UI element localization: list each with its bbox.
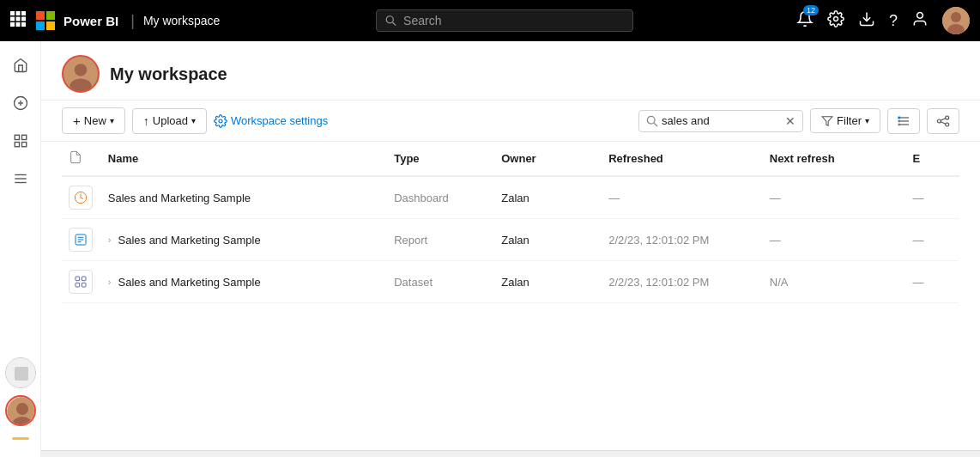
row-e-cell: — (905, 176, 959, 219)
workspace-settings-label: Workspace settings (231, 114, 328, 127)
row-icon-cell (62, 261, 101, 303)
sidebar-item-create[interactable] (3, 86, 38, 120)
svg-point-13 (917, 12, 923, 18)
row-type-cell: Report (387, 219, 494, 261)
help-icon[interactable]: ? (889, 12, 898, 30)
svg-line-10 (393, 22, 396, 26)
svg-rect-42 (898, 116, 900, 119)
dashboard-icon (69, 186, 93, 210)
table-header-row: Name Type Owner Refreshed Next refresh E (62, 142, 959, 176)
row-name-cell: › Sales and Marketing Sample (101, 261, 387, 303)
col-header-owner[interactable]: Owner (494, 142, 602, 176)
svg-point-11 (833, 16, 838, 21)
col-header-name[interactable]: Name (101, 142, 387, 176)
col-header-next-refresh[interactable]: Next refresh (763, 142, 906, 176)
table-row[interactable]: › Sales and Marketing Sample Dataset Zal… (62, 261, 959, 303)
row-refreshed-cell: 2/2/23, 12:01:02 PM (602, 219, 763, 261)
filter-button-label: Filter (837, 114, 862, 127)
svg-line-37 (654, 123, 657, 126)
row-refreshed-cell: — (602, 176, 763, 219)
svg-point-15 (951, 12, 961, 22)
svg-rect-5 (21, 16, 26, 21)
sidebar-item-home[interactable] (3, 48, 38, 82)
sidebar-item-data[interactable] (3, 161, 38, 196)
sidebar-item-browse[interactable] (3, 124, 38, 158)
lineage-view-button[interactable] (927, 108, 959, 134)
notifications-icon[interactable]: 12 (796, 10, 814, 32)
row-e-cell: — (905, 219, 959, 261)
svg-rect-57 (76, 283, 80, 287)
row-chevron: › (108, 277, 112, 287)
svg-point-35 (219, 119, 222, 123)
search-clear-icon[interactable]: ✕ (785, 114, 795, 128)
lineage-icon (936, 114, 950, 128)
row-owner-cell: Zalan (494, 261, 602, 303)
name-cell-container: › Sales and Marketing Sample (108, 276, 380, 289)
settings-icon[interactable] (827, 10, 844, 32)
search-icon (385, 15, 396, 27)
sidebar-bottom-indicator (5, 433, 36, 443)
search-box[interactable] (376, 9, 633, 32)
report-icon (69, 228, 93, 252)
new-chevron-icon: ▾ (110, 116, 114, 125)
workspace-settings-button[interactable]: Workspace settings (214, 114, 328, 128)
col-header-type[interactable]: Type (387, 142, 494, 176)
top-navigation: Power BI | My workspace 12 (0, 0, 980, 41)
svg-rect-7 (16, 22, 21, 27)
col-header-refreshed[interactable]: Refreshed (602, 142, 763, 176)
workspace-toolbar: + New ▾ ↑ Upload ▾ Workspace settings (41, 101, 980, 142)
table-search-icon (646, 115, 658, 127)
horizontal-scrollbar[interactable] (41, 450, 980, 457)
svg-rect-43 (898, 119, 900, 122)
table-row[interactable]: Sales and Marketing Sample Dashboard Zal… (62, 176, 959, 219)
name-cell-container: Sales and Marketing Sample (108, 192, 380, 204)
nav-divider: | (130, 12, 135, 30)
download-icon[interactable] (858, 10, 875, 32)
user-avatar[interactable] (942, 7, 970, 34)
sidebar-bottom (5, 357, 36, 450)
new-button[interactable]: + New ▾ (62, 107, 125, 134)
name-cell-container: › Sales and Marketing Sample (108, 234, 380, 247)
table-body: Sales and Marketing Sample Dashboard Zal… (62, 176, 959, 303)
svg-rect-23 (21, 143, 26, 147)
row-refreshed-cell: 2/2/23, 12:01:02 PM (602, 261, 763, 303)
main-layout: My workspace + New ▾ ↑ Upload ▾ Workspac… (0, 41, 980, 457)
upload-icon: ↑ (143, 114, 149, 128)
account-icon[interactable] (911, 10, 929, 32)
row-name[interactable]: Sales and Marketing Sample (118, 234, 261, 247)
notification-badge: 12 (803, 5, 819, 15)
svg-point-46 (946, 116, 949, 119)
svg-rect-0 (10, 11, 15, 15)
plus-icon: + (73, 113, 81, 128)
view-toggle-button[interactable] (887, 108, 920, 134)
microsoft-logo (36, 11, 55, 30)
sidebar-user-avatar[interactable] (5, 395, 36, 426)
svg-point-45 (937, 119, 941, 123)
nav-workspace-name[interactable]: My workspace (143, 14, 220, 27)
col-header-e[interactable]: E (905, 142, 959, 176)
table-search-box[interactable]: ✕ (638, 110, 803, 132)
items-table: Name Type Owner Refreshed Next refresh E… (62, 142, 959, 303)
workspace-title: My workspace (110, 64, 227, 84)
table-row[interactable]: › Sales and Marketing Sample Report Zala… (62, 219, 959, 261)
svg-rect-22 (15, 143, 19, 147)
svg-rect-55 (76, 277, 80, 281)
row-name[interactable]: Sales and Marketing Sample (118, 276, 261, 289)
svg-point-36 (647, 116, 655, 124)
sidebar-learn-icon[interactable] (5, 357, 36, 388)
upload-button[interactable]: ↑ Upload ▾ (132, 108, 207, 134)
search-container (227, 9, 783, 32)
search-input[interactable] (403, 14, 624, 27)
svg-rect-1 (16, 11, 21, 15)
svg-rect-8 (21, 22, 26, 27)
svg-rect-44 (898, 123, 900, 125)
content-area: My workspace + New ▾ ↑ Upload ▾ Workspac… (41, 41, 980, 457)
row-name[interactable]: Sales and Marketing Sample (108, 192, 251, 204)
svg-marker-38 (822, 116, 832, 125)
waffle-icon[interactable] (10, 11, 26, 31)
row-next-refresh-cell: — (763, 176, 906, 219)
filter-button[interactable]: Filter ▾ (810, 108, 880, 133)
table-search-input[interactable] (662, 114, 782, 127)
row-type-cell: Dataset (387, 261, 494, 303)
new-button-label: New (84, 114, 106, 127)
